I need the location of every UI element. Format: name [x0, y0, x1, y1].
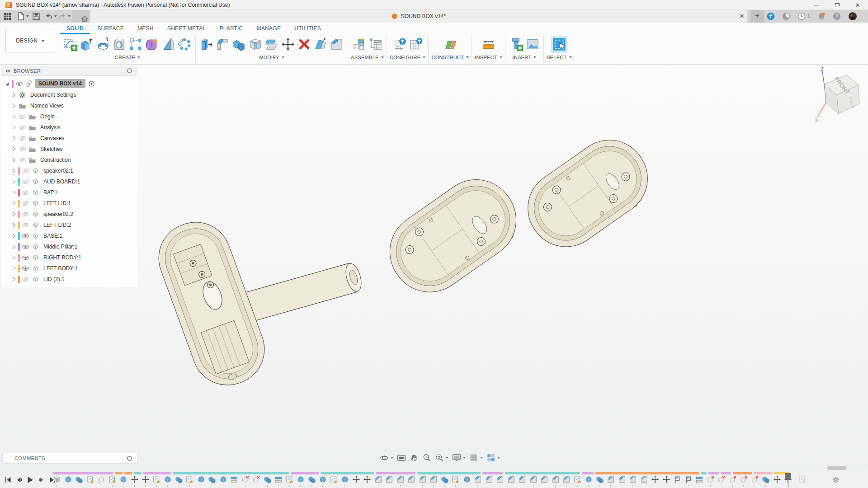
eye-hidden-icon[interactable] — [18, 145, 27, 154]
timeline-feature-combine[interactable] — [175, 475, 183, 483]
timeline-feature-extrude[interactable] — [319, 475, 327, 483]
timeline-feature-split[interactable] — [230, 475, 238, 483]
timeline-group-bar[interactable] — [708, 472, 719, 474]
timeline-feature-sketch[interactable] — [86, 475, 94, 483]
root-component-label[interactable]: SOUND BOX v14 — [35, 79, 85, 88]
ribbon-tab-surface[interactable]: SURFACE — [90, 23, 131, 34]
chevron-down-icon[interactable] — [497, 457, 500, 459]
configuration-table-tool[interactable] — [408, 36, 424, 53]
timeline-feature-combine[interactable] — [264, 475, 272, 483]
timeline-feature-plane[interactable] — [673, 475, 681, 483]
timeline-feature-move[interactable] — [651, 475, 659, 483]
timeline-feature-chamfer[interactable] — [485, 475, 493, 483]
timeline-feature-split[interactable] — [274, 475, 283, 483]
combine-tool[interactable] — [231, 36, 247, 53]
ribbon-group-label[interactable]: SELECT — [547, 55, 572, 60]
ribbon-group-label[interactable]: MODIFY — [259, 55, 284, 60]
home-button[interactable] — [72, 10, 89, 23]
timeline-group-bar[interactable] — [376, 472, 415, 474]
browser-item-origin[interactable]: Origin — [1, 111, 137, 122]
timeline-feature-move[interactable] — [662, 475, 670, 483]
eye-visible-icon[interactable] — [15, 80, 24, 88]
timeline-feature-chamfer[interactable] — [529, 475, 538, 483]
new-tab-button[interactable]: + — [750, 10, 764, 23]
step-back-button[interactable] — [14, 475, 24, 484]
timeline-feature-component[interactable] — [97, 475, 105, 483]
timeline-feature-move[interactable] — [363, 475, 371, 483]
eye-visible-icon[interactable] — [21, 264, 30, 273]
timeline-feature-combine[interactable] — [596, 475, 604, 483]
timeline-feature-combine[interactable] — [762, 475, 770, 483]
timeline-feature-extrude[interactable] — [197, 475, 205, 483]
expand-arrow-icon[interactable] — [11, 276, 17, 282]
browser-item-right-body-1[interactable]: RIGHT BODY:1 — [1, 252, 137, 263]
timeline-feature-chamfer[interactable] — [496, 475, 504, 483]
ribbon-tab-sheet-metal[interactable]: SHEET METAL — [160, 23, 213, 34]
browser-item-label[interactable]: BASE:1 — [41, 232, 65, 239]
browser-item-label[interactable]: LEFT BODY:1 — [41, 265, 80, 272]
timeline-feature-hide[interactable] — [729, 475, 737, 483]
pattern-circular-tool[interactable] — [176, 36, 193, 53]
browser-item-lid-2-1[interactable]: LID (2):1 — [1, 274, 137, 285]
app-grid-icon[interactable] — [3, 12, 12, 21]
viewports-icon[interactable] — [486, 453, 496, 463]
orbit-icon[interactable] — [379, 453, 389, 463]
browser-item-label[interactable]: Canvases — [38, 135, 66, 142]
expand-arrow-icon[interactable] — [11, 189, 17, 196]
job-status-icon[interactable] — [782, 12, 791, 21]
timeline-feature-chamfer[interactable] — [396, 475, 405, 483]
timeline-feature-sketch[interactable] — [286, 475, 294, 483]
timeline-feature-chamfer[interactable] — [540, 475, 548, 483]
timeline-feature-move[interactable] — [773, 475, 781, 483]
expand-arrow-icon[interactable] — [11, 103, 17, 109]
timeline-feature-hide[interactable] — [740, 475, 748, 483]
timeline-feature-hide[interactable] — [252, 475, 260, 483]
ribbon-group-label[interactable]: INSERT — [512, 55, 536, 60]
browser-item-label[interactable]: LEFT LID:1 — [41, 200, 73, 207]
view-cube[interactable]: FRONT RIGHT Z X — [811, 67, 866, 123]
chamfer-tool[interactable] — [329, 36, 345, 53]
measure-tool[interactable] — [481, 36, 497, 53]
comments-bar[interactable]: COMMENTS — [2, 453, 138, 464]
browser-item-analysis[interactable]: Analysis — [1, 122, 137, 133]
browser-item-left-body-1[interactable]: LEFT BODY:1 — [1, 263, 137, 274]
eye-visible-icon[interactable] — [21, 253, 30, 262]
eye-hidden-icon[interactable] — [18, 113, 27, 121]
timeline-feature-move[interactable] — [352, 475, 360, 483]
eye-hidden-icon[interactable] — [18, 156, 27, 164]
panel-opacity-knob[interactable] — [127, 456, 132, 461]
timeline-feature-chamfer[interactable] — [552, 475, 560, 483]
expand-arrow-icon[interactable] — [11, 146, 17, 152]
loft-tool[interactable] — [160, 36, 176, 53]
construction-plane-tool[interactable] — [442, 36, 458, 53]
eye-visible-icon[interactable] — [21, 232, 30, 240]
minimize-button[interactable] — [806, 0, 826, 10]
timeline-feature-extrude[interactable] — [463, 475, 471, 483]
timeline-feature-chamfer[interactable] — [429, 475, 438, 483]
eye-hidden-icon[interactable] — [21, 199, 30, 208]
browser-item-label[interactable]: LEFT LID:2 — [41, 221, 73, 229]
chevron-down-icon[interactable] — [26, 15, 29, 17]
chevron-down-icon[interactable] — [463, 457, 466, 459]
timeline-feature-combine[interactable] — [75, 475, 83, 483]
configure-component-tool[interactable] — [392, 36, 408, 53]
timeline-group-bar[interactable] — [173, 472, 289, 474]
expand-arrow-icon[interactable] — [11, 222, 17, 228]
timeline-group-bar[interactable] — [417, 472, 481, 474]
timeline-feature-combine[interactable] — [441, 475, 449, 483]
ribbon-group-label[interactable]: INSPECT — [475, 55, 502, 60]
expand-arrow-icon[interactable] — [11, 200, 17, 206]
ribbon-group-label[interactable]: CONFIGURE — [390, 55, 426, 60]
timeline-feature-split[interactable] — [695, 475, 703, 483]
extensions-icon[interactable] — [766, 12, 775, 21]
expand-arrow-icon[interactable] — [11, 265, 17, 272]
browser-item-label[interactable]: Named Views — [28, 102, 66, 109]
help-icon[interactable]: ? — [832, 12, 841, 21]
browser-item-middle-pillar-1[interactable]: Middle Pillar:1 — [1, 241, 137, 252]
browser-item-label[interactable]: Construction — [38, 156, 73, 164]
ribbon-tab-plastic[interactable]: PLASTIC — [212, 23, 250, 34]
grid-settings-icon[interactable] — [469, 453, 479, 463]
timeline-feature-chamfer[interactable] — [374, 475, 382, 483]
expand-arrow-icon[interactable] — [11, 254, 17, 261]
timeline-feature-combine[interactable] — [208, 475, 216, 483]
